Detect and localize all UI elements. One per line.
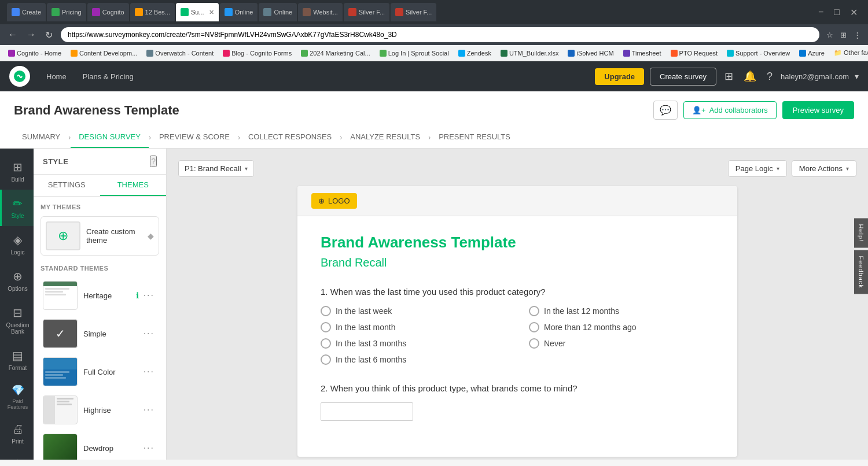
style-panel-help-btn[interactable]: ?	[150, 156, 157, 167]
apps-icon-btn[interactable]: ⊞	[722, 68, 735, 85]
sidebar-item-paid-features[interactable]: 💎 Paid Features	[0, 378, 34, 416]
browser-tab[interactable]: Cognito	[87, 3, 129, 21]
tab-summary[interactable]: SUMMARY	[14, 127, 68, 148]
tab-preview-score[interactable]: PREVIEW & SCORE	[151, 127, 238, 148]
heritage-info-icon[interactable]: ℹ	[136, 291, 139, 300]
option-in-last-week[interactable]: In the last week	[321, 306, 506, 316]
survey-body: Brand Awareness Template Brand Recall 1.…	[297, 216, 737, 457]
nav-home[interactable]: Home	[39, 69, 73, 84]
bookmark-btn[interactable]: ☆	[824, 29, 836, 40]
simple-more-btn[interactable]: ···	[141, 327, 157, 340]
page-logic-button[interactable]: Page Logic ▾	[728, 160, 787, 177]
bookmark-overwatch[interactable]: Overwatch - Content	[143, 49, 217, 58]
radio-never[interactable]	[529, 338, 539, 349]
highrise-more-btn[interactable]: ···	[141, 404, 157, 416]
notifications-btn[interactable]: 🔔	[741, 68, 759, 85]
sidebar-item-question-bank[interactable]: ⊟ Question Bank	[0, 299, 34, 342]
help-btn[interactable]: ?	[764, 68, 775, 85]
radio-in-last-6-months[interactable]	[321, 354, 331, 365]
option-in-last-3-months[interactable]: In the last 3 months	[321, 338, 506, 349]
option-never[interactable]: Never	[529, 338, 714, 349]
browser-tab-active[interactable]: Su... ✕	[176, 3, 219, 21]
browser-tab[interactable]: 12 Bes...	[130, 3, 175, 21]
fullcolor-more-btn[interactable]: ···	[141, 365, 157, 378]
address-input[interactable]	[61, 27, 819, 42]
back-btn[interactable]: ←	[5, 28, 21, 42]
sidebar-item-build[interactable]: ⊞ Build	[0, 153, 34, 190]
bookmark-marketing-cal[interactable]: 2024 Marketing Cal...	[297, 49, 374, 58]
app-logo[interactable]	[9, 66, 30, 87]
extensions-btn[interactable]: ⊞	[838, 29, 849, 40]
logo-button[interactable]: ⊕ LOGO	[311, 193, 357, 209]
nav-plans[interactable]: Plans & Pricing	[76, 69, 141, 84]
radio-in-last-week[interactable]	[321, 306, 331, 316]
sidebar-item-logic[interactable]: ◈ Logic	[0, 226, 34, 262]
heritage-more-btn[interactable]: ···	[141, 289, 157, 302]
browser-tab[interactable]: Create	[7, 3, 46, 21]
reload-btn[interactable]: ↻	[42, 28, 56, 42]
comment-button[interactable]: 💬	[653, 101, 678, 120]
bookmark-cognito-home[interactable]: Cognito - Home	[5, 49, 65, 58]
sidebar-item-style[interactable]: ✏ Style	[0, 190, 34, 226]
radio-in-last-12-months[interactable]	[529, 306, 539, 316]
browser-tab[interactable]: Websit...	[298, 3, 343, 21]
bookmark-zendesk[interactable]: Zendesk	[455, 49, 495, 58]
minimize-btn[interactable]: −	[815, 6, 827, 19]
close-btn[interactable]: ✕	[847, 6, 861, 19]
more-actions-button[interactable]: More Actions ▾	[792, 160, 856, 177]
theme-full-color[interactable]: Full Color ···	[41, 354, 159, 390]
maximize-btn[interactable]: □	[830, 6, 843, 19]
tab-analyze-results[interactable]: ANALYZE RESULTS	[342, 127, 428, 148]
tab-design-survey[interactable]: DESIGN SURVEY	[71, 127, 149, 148]
bookmark-timesheet[interactable]: Timesheet	[620, 49, 665, 58]
radio-more-than-12-months[interactable]	[529, 322, 539, 332]
radio-in-last-month[interactable]	[321, 322, 331, 332]
create-custom-theme-card[interactable]: ⊕ Create custom theme ◆	[41, 216, 159, 256]
browser-tab[interactable]: Online	[259, 3, 297, 21]
theme-heritage[interactable]: Heritage ℹ ···	[41, 278, 159, 313]
sidebar-item-collapse[interactable]: ‹ Collapse	[0, 452, 34, 460]
upgrade-button[interactable]: Upgrade	[595, 68, 644, 85]
browser-tab[interactable]: Online	[220, 3, 258, 21]
sidebar-item-options[interactable]: ⊕ Options	[0, 262, 34, 299]
settings-btn[interactable]: ⋮	[851, 29, 863, 40]
sidebar-item-print[interactable]: 🖨 Print	[0, 416, 34, 452]
user-email[interactable]: haleyn2@gmail.com	[781, 72, 849, 81]
radio-in-last-3-months[interactable]	[321, 338, 331, 349]
dewdrop-more-btn[interactable]: ···	[141, 442, 157, 454]
forward-btn[interactable]: →	[23, 28, 39, 42]
bookmark-other[interactable]: 📁 Other favorites	[830, 48, 868, 58]
add-collaborators-button[interactable]: 👤+ Add collaborators	[683, 101, 777, 119]
user-dropdown-chevron[interactable]: ▾	[855, 72, 859, 81]
preview-survey-button[interactable]: Preview survey	[782, 101, 854, 119]
bookmark-sprout-social[interactable]: Log In | Sprout Social	[376, 49, 453, 58]
theme-highrise[interactable]: Highrise ···	[41, 392, 159, 428]
option-in-last-6-months[interactable]: In the last 6 months	[321, 354, 506, 365]
feedback-button[interactable]: Feedback	[854, 250, 868, 294]
browser-tab[interactable]: Silver F...	[344, 3, 389, 21]
page-selector[interactable]: P1: Brand Recall ▾	[178, 160, 254, 177]
theme-dewdrop[interactable]: Dewdrop ···	[41, 430, 159, 460]
panel-tab-themes[interactable]: THEMES	[100, 175, 167, 196]
bookmark-content-dev[interactable]: Content Developm...	[67, 49, 141, 58]
sidebar-item-format[interactable]: ▤ Format	[0, 342, 34, 378]
browser-tab[interactable]: Silver F...	[391, 3, 436, 21]
bookmark-isolved[interactable]: iSolved HCM	[564, 49, 617, 58]
bookmark-support[interactable]: Support - Overview	[723, 49, 793, 58]
option-in-last-12-months[interactable]: In the last 12 months	[529, 306, 714, 316]
bookmark-utm[interactable]: UTM_Builder.xlsx	[497, 49, 562, 58]
bookmark-blog-cognito[interactable]: Blog - Cognito Forms	[219, 49, 295, 58]
question-2-input[interactable]	[321, 402, 413, 421]
create-survey-button[interactable]: Create survey	[650, 68, 716, 86]
bookmark-pto[interactable]: PTO Request	[667, 49, 721, 58]
option-in-last-month[interactable]: In the last month	[321, 322, 506, 332]
option-more-than-12-months[interactable]: More than 12 months ago	[529, 322, 714, 332]
panel-tab-settings[interactable]: SETTINGS	[34, 175, 100, 196]
bookmark-azure[interactable]: Azure	[796, 49, 828, 58]
browser-tab[interactable]: Pricing	[47, 3, 86, 21]
simple-thumbnail: ✓	[43, 319, 78, 348]
theme-simple[interactable]: ✓ Simple ···	[41, 316, 159, 352]
help-button[interactable]: Help!	[854, 219, 868, 248]
tab-present-results[interactable]: PRESENT RESULTS	[431, 127, 518, 148]
tab-collect-responses[interactable]: COLLECT RESPONSES	[240, 127, 340, 148]
